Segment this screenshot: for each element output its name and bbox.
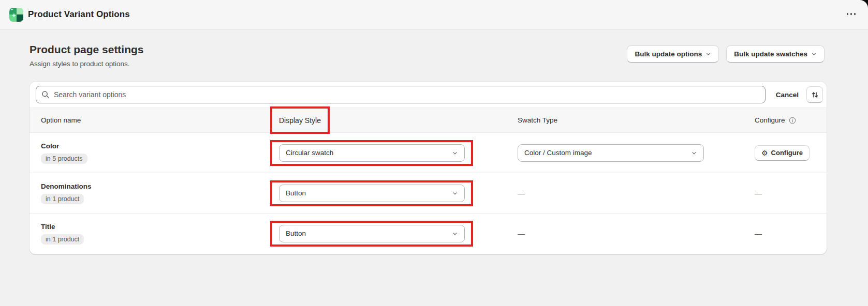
swatch-type-value: Color / Custom image — [524, 149, 592, 157]
configure-cell: ⚙ Configure — [755, 145, 810, 161]
table-row: Denominations in 1 product Button — — — [30, 173, 827, 213]
swatch-type-empty: — — [518, 189, 525, 197]
display-style-value: Button — [286, 189, 306, 197]
chevron-down-icon — [705, 51, 711, 57]
column-swatch-type: Swatch Type — [518, 108, 557, 132]
configure-label: Configure — [771, 149, 803, 157]
swatch-type-empty: — — [518, 230, 525, 238]
bulk-update-swatches-label: Bulk update swatches — [734, 50, 807, 58]
search-icon — [41, 90, 50, 101]
swatch-type-select[interactable]: Color / Custom image — [518, 144, 704, 162]
column-display-style: Display Style — [279, 116, 321, 125]
settings-card: Cancel Option name Display Style Swatch … — [30, 82, 827, 254]
display-style-cell: Circular swatch — [270, 140, 473, 166]
display-style-highlight-box: Button — [270, 180, 473, 206]
app-window: ✦+ Product Variant Options Product page … — [0, 0, 868, 306]
app-title: Product Variant Options — [28, 9, 130, 20]
option-name: Denominations — [41, 182, 92, 190]
configure-empty: — — [755, 230, 762, 238]
sort-arrows-icon — [811, 90, 819, 99]
table-header-row: Option name Display Style Swatch Type Co… — [30, 108, 827, 133]
search-input[interactable] — [36, 86, 766, 103]
display-style-value: Button — [286, 230, 306, 237]
table-row: Title in 1 product Button — — — [30, 213, 827, 253]
display-style-cell: Button — [270, 221, 473, 247]
table-row: Color in 5 products Circular swatch Colo… — [30, 133, 827, 173]
swatch-type-cell: Color / Custom image — [518, 144, 704, 162]
display-style-cell: Button — [270, 180, 473, 206]
header-actions: Bulk update options Bulk update swatches — [627, 45, 825, 63]
page-title: Product page settings — [30, 43, 144, 56]
display-style-select[interactable]: Circular swatch — [279, 144, 465, 162]
option-name: Title — [41, 223, 84, 231]
column-option-name: Option name — [41, 108, 81, 132]
products-count-badge: in 5 products — [41, 154, 87, 164]
display-style-select[interactable]: Button — [279, 225, 465, 242]
chevron-down-icon — [811, 51, 817, 57]
chevron-down-icon — [452, 231, 458, 237]
column-configure: Configure — [755, 108, 797, 132]
sort-button[interactable] — [806, 86, 823, 103]
gear-icon: ⚙ — [761, 149, 768, 157]
option-name-cell: Color in 5 products — [41, 142, 87, 164]
bulk-update-swatches-button[interactable]: Bulk update swatches — [726, 45, 825, 63]
option-name-cell: Title in 1 product — [41, 223, 84, 244]
page-subtitle: Assign styles to product options. — [30, 60, 130, 68]
display-style-highlight-box: Circular swatch — [270, 140, 473, 166]
app-logo-icon: ✦+ — [9, 8, 23, 22]
bulk-update-options-button[interactable]: Bulk update options — [627, 45, 719, 63]
column-configure-label: Configure — [755, 116, 785, 124]
display-style-value: Circular swatch — [286, 149, 333, 157]
configure-button[interactable]: ⚙ Configure — [755, 145, 810, 161]
option-name-cell: Denominations in 1 product — [41, 182, 92, 204]
display-style-select[interactable]: Button — [279, 185, 465, 202]
bulk-update-options-label: Bulk update options — [635, 50, 702, 58]
cancel-button[interactable]: Cancel — [776, 91, 799, 99]
display-style-highlight-box: Display Style — [270, 106, 330, 134]
search-box — [36, 86, 766, 103]
chevron-down-icon — [452, 190, 458, 196]
chevron-down-icon — [452, 150, 458, 156]
topbar: ✦+ Product Variant Options — [0, 0, 868, 29]
option-name: Color — [41, 142, 87, 150]
chevron-down-icon — [691, 150, 697, 156]
more-actions-button[interactable] — [845, 11, 858, 17]
info-icon[interactable] — [788, 116, 797, 125]
filter-bar: Cancel — [30, 82, 827, 108]
display-style-highlight-box: Button — [270, 221, 473, 247]
products-count-badge: in 1 product — [41, 234, 84, 244]
configure-empty: — — [755, 189, 762, 197]
products-count-badge: in 1 product — [41, 194, 84, 204]
